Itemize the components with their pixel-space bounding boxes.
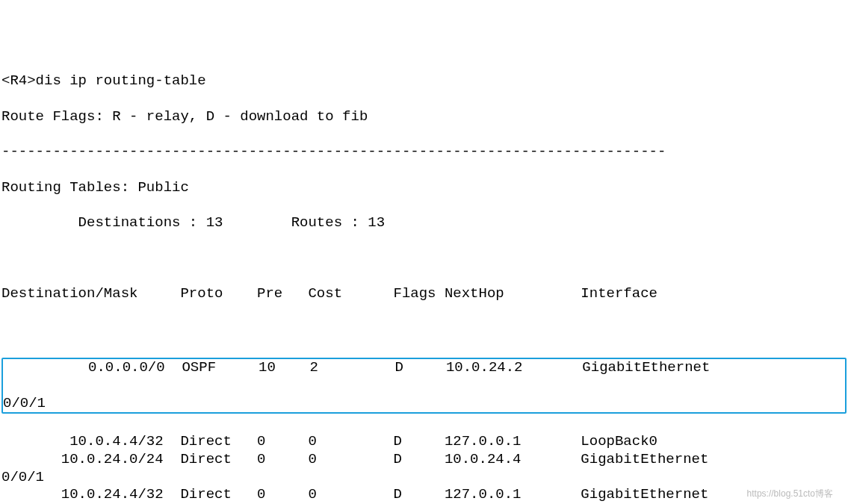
table-title: Routing Tables: Public — [1, 179, 847, 197]
route-flags-legend: Route Flags: R - relay, D - download to … — [1, 108, 847, 126]
summary-line: Destinations : 13 Routes : 13 — [1, 214, 847, 232]
routes-list: 10.0.4.4/32 Direct 0 0 D 127.0.0.1 LoopB… — [1, 433, 847, 504]
divider: ----------------------------------------… — [1, 143, 847, 161]
blank-line — [1, 250, 847, 268]
highlighted-route: 0.0.0.0/0 OSPF 10 2 D 10.0.24.2 GigabitE… — [1, 358, 847, 414]
command-prompt: <R4>dis ip routing-table — [1, 72, 847, 90]
table-row: 10.0.24.0/24 Direct 0 0 D 10.0.24.4 Giga… — [1, 451, 847, 469]
table-row-cont: 0/0/1 — [1, 469, 847, 487]
watermark: https://blog.51cto博客 — [747, 488, 833, 500]
table-row: 10.0.24.4/32 Direct 0 0 D 127.0.0.1 Giga… — [1, 486, 847, 504]
table-header: Destination/Mask Proto Pre Cost Flags Ne… — [1, 285, 847, 303]
blank-line — [1, 321, 847, 339]
table-row-cont: 0/0/1 — [3, 395, 845, 413]
table-row: 10.0.4.4/32 Direct 0 0 D 127.0.0.1 LoopB… — [1, 433, 847, 451]
table-row: 0.0.0.0/0 OSPF 10 2 D 10.0.24.2 GigabitE… — [3, 359, 845, 377]
